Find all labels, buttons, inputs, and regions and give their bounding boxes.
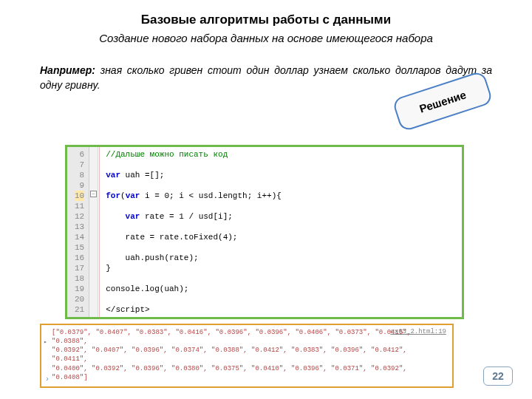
line-number: 10 (75, 191, 84, 201)
code-line (106, 222, 456, 232)
page-title: Базовые алгоритмы работы с данными (126, 0, 406, 28)
code-body: //Дальше можно писать кодvar uah =[];for… (99, 147, 462, 317)
line-number: 21 (75, 304, 84, 315)
line-number: 9 (75, 180, 84, 191)
console-source: ex03_2.html:19 (390, 327, 446, 336)
code-line: //Дальше можно писать код (106, 149, 456, 160)
expand-icon: ▸ (44, 338, 47, 347)
code-line (106, 201, 456, 211)
line-number: 15 (75, 242, 84, 253)
console-prompt-icon: › (45, 375, 50, 385)
code-line: var uah =[]; (106, 170, 456, 180)
line-number: 14 (75, 232, 84, 242)
code-line (106, 242, 456, 253)
code-line: } (106, 263, 456, 273)
console-output: ex03_2.html:19 ▸ ["0.0379", "0.0407", "0… (40, 324, 454, 388)
line-number: 13 (75, 222, 84, 232)
code-line: </script​> (106, 304, 456, 315)
line-number: 11 (75, 201, 84, 211)
console-line: ["0.0379", "0.0407", "0.0383", "0.0416",… (52, 328, 446, 346)
page-subtitle: Создание нового набора данных на основе … (59, 31, 473, 46)
line-number: 20 (75, 294, 84, 304)
code-line (106, 294, 456, 304)
line-number: 8 (75, 170, 84, 180)
line-number: 12 (75, 211, 84, 222)
line-number: 6 (75, 149, 84, 160)
code-line (106, 180, 456, 191)
code-line: uah.push(rate); (106, 253, 456, 263)
line-number: 18 (75, 273, 84, 284)
line-number: 19 (75, 284, 84, 294)
code-line: rate = rate.toFixed(4); (106, 232, 456, 242)
example-body: зная сколько гривен стоит один доллар уз… (40, 64, 492, 91)
code-line: console.log(uah); (106, 284, 456, 294)
line-gutter: 6789101112131415161718192021 (67, 147, 89, 317)
code-line: var rate = 1 / usd[i]; (106, 211, 456, 222)
line-number: 16 (75, 253, 84, 263)
line-number: 7 (75, 160, 84, 170)
code-line (106, 160, 456, 170)
example-prefix: Например: (40, 64, 95, 76)
code-snippet: 6789101112131415161718192021 − //Дальше … (65, 145, 464, 319)
line-number: 17 (75, 263, 84, 273)
page-number: 22 (483, 366, 513, 386)
fold-icon: − (90, 191, 97, 197)
code-line: for(var i = 0; i < usd.length; i++){ (106, 191, 456, 201)
console-line: "0.0392", "0.0407", "0.0396", "0.0374", … (52, 346, 446, 364)
console-line: "0.0400", "0.0392", "0.0396", "0.0380", … (52, 364, 446, 382)
fold-column: − (89, 147, 98, 317)
code-line (106, 273, 456, 284)
example-text: Например: зная сколько гривен стоит один… (40, 64, 492, 92)
